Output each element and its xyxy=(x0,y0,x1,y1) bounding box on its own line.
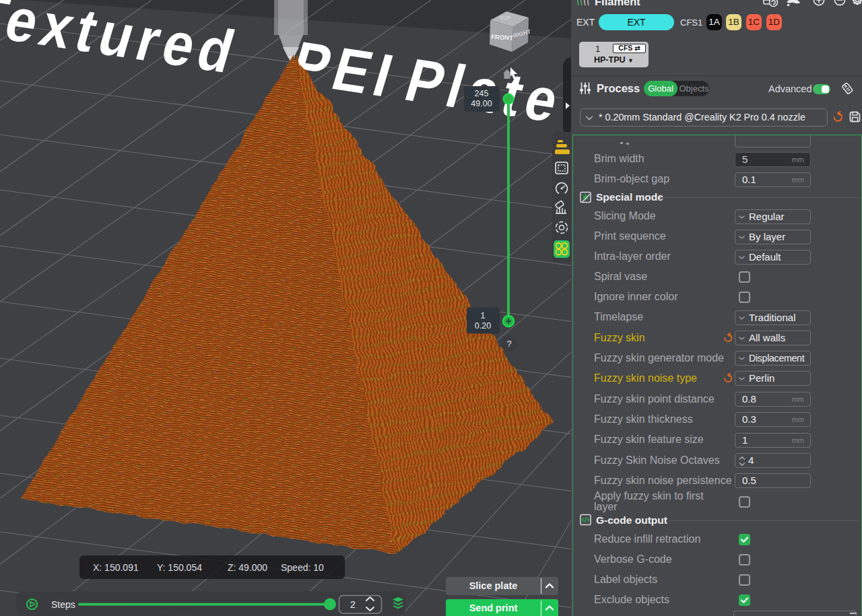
svg-text:49.00: 49.00 xyxy=(471,99,492,108)
svg-text:1: 1 xyxy=(481,311,486,320)
svg-text:0.20: 0.20 xyxy=(475,321,491,331)
svg-text:245: 245 xyxy=(475,89,489,98)
svg-text:?: ? xyxy=(506,339,511,349)
svg-text:Steps: Steps xyxy=(51,599,75,610)
svg-text:FRONT: FRONT xyxy=(491,33,513,42)
svg-text:TOP: TOP xyxy=(500,15,512,22)
svg-text:2: 2 xyxy=(350,599,356,610)
